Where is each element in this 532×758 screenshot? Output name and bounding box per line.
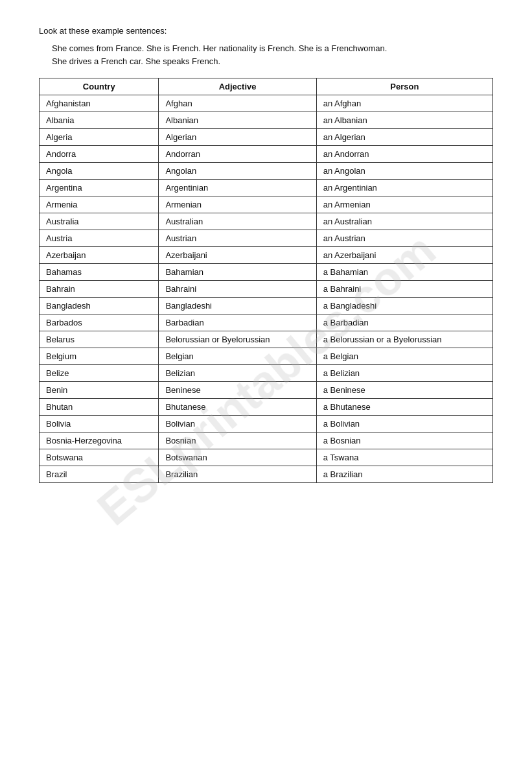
table-cell: Argentinian xyxy=(159,180,316,196)
table-cell: an Algerian xyxy=(316,129,492,146)
table-cell: an Armenian xyxy=(316,196,492,213)
table-row: BahrainBahrainia Bahraini xyxy=(40,281,493,298)
table-cell: a Bangladeshi xyxy=(316,298,492,314)
table-cell: Belarus xyxy=(40,331,159,348)
table-row: Bosnia-HerzegovinaBosniana Bosnian xyxy=(40,432,493,449)
table-cell: Barbados xyxy=(40,314,159,331)
table-row: BotswanaBotswanana Tswana xyxy=(40,449,493,466)
table-cell: a Bahamian xyxy=(316,264,492,281)
intro-label: Look at these example sentences: xyxy=(39,26,493,36)
table-cell: Belize xyxy=(40,365,159,382)
table-cell: Bosnia-Herzegovina xyxy=(40,432,159,449)
table-cell: an Australian xyxy=(316,213,492,230)
table-cell: Australian xyxy=(159,213,316,230)
table-cell: Armenia xyxy=(40,196,159,213)
table-row: BrazilBraziliana Brazilian xyxy=(40,466,493,483)
table-cell: Austria xyxy=(40,230,159,247)
header-country: Country xyxy=(40,78,159,95)
table-cell: Belorussian or Byelorussian xyxy=(159,331,316,348)
table-row: ArmeniaArmenianan Armenian xyxy=(40,196,493,213)
table-cell: Bahamas xyxy=(40,264,159,281)
table-cell: Bosnian xyxy=(159,432,316,449)
table-cell: an Argentinian xyxy=(316,180,492,196)
table-cell: Azerbaijan xyxy=(40,247,159,264)
table-cell: Argentina xyxy=(40,180,159,196)
table-cell: Barbadian xyxy=(159,314,316,331)
table-cell: a Barbadian xyxy=(316,314,492,331)
table-row: BelgiumBelgiana Belgian xyxy=(40,348,493,365)
table-cell: Belgium xyxy=(40,348,159,365)
table-cell: an Angolan xyxy=(316,163,492,180)
table-cell: a Tswana xyxy=(316,449,492,466)
header-adjective: Adjective xyxy=(159,78,316,95)
table-cell: a Belizian xyxy=(316,365,492,382)
example-block: She comes from France. She is French. He… xyxy=(52,42,493,67)
table-cell: Afghan xyxy=(159,95,316,112)
table-row: BeninBeninesea Beninese xyxy=(40,382,493,399)
table-cell: a Belorussian or a Byelorussian xyxy=(316,331,492,348)
table-row: BelizeBeliziana Belizian xyxy=(40,365,493,382)
table-row: ArgentinaArgentinianan Argentinian xyxy=(40,180,493,196)
table-cell: Armenian xyxy=(159,196,316,213)
table-header-row: Country Adjective Person xyxy=(40,78,493,95)
table-cell: Bahamian xyxy=(159,264,316,281)
table-cell: a Brazilian xyxy=(316,466,492,483)
table-cell: Bahraini xyxy=(159,281,316,298)
table-cell: an Albanian xyxy=(316,112,492,129)
table-cell: Brazil xyxy=(40,466,159,483)
table-cell: Bhutan xyxy=(40,399,159,416)
table-cell: Afghanistan xyxy=(40,95,159,112)
table-row: AzerbaijanAzerbaijanian Azerbaijani xyxy=(40,247,493,264)
table-cell: Andorran xyxy=(159,146,316,163)
table-row: BhutanBhutanesea Bhutanese xyxy=(40,399,493,416)
table-cell: Algeria xyxy=(40,129,159,146)
table-row: BoliviaBoliviana Bolivian xyxy=(40,416,493,432)
table-cell: Botswana xyxy=(40,449,159,466)
table-cell: Bahrain xyxy=(40,281,159,298)
table-row: BangladeshBangladeshia Bangladeshi xyxy=(40,298,493,314)
table-cell: Angolan xyxy=(159,163,316,180)
table-cell: Albania xyxy=(40,112,159,129)
table-cell: a Bahraini xyxy=(316,281,492,298)
table-row: BahamasBahamiana Bahamian xyxy=(40,264,493,281)
table-cell: Bolivia xyxy=(40,416,159,432)
table-cell: Albanian xyxy=(159,112,316,129)
table-row: AustriaAustrianan Austrian xyxy=(40,230,493,247)
table-cell: Benin xyxy=(40,382,159,399)
table-row: AngolaAngolanan Angolan xyxy=(40,163,493,180)
table-cell: Belgian xyxy=(159,348,316,365)
table-cell: Botswanan xyxy=(159,449,316,466)
table-cell: Bangladesh xyxy=(40,298,159,314)
table-cell: Beninese xyxy=(159,382,316,399)
table-row: AndorraAndorranan Andorran xyxy=(40,146,493,163)
table-cell: Andorra xyxy=(40,146,159,163)
table-cell: Azerbaijani xyxy=(159,247,316,264)
table-cell: a Bosnian xyxy=(316,432,492,449)
table-row: AfghanistanAfghanan Afghan xyxy=(40,95,493,112)
table-cell: a Bolivian xyxy=(316,416,492,432)
table-row: AlgeriaAlgerianan Algerian xyxy=(40,129,493,146)
table-row: BelarusBelorussian or Byelorussiana Belo… xyxy=(40,331,493,348)
table-cell: Bangladeshi xyxy=(159,298,316,314)
nationalities-table: Country Adjective Person AfghanistanAfgh… xyxy=(39,78,493,483)
table-cell: Brazilian xyxy=(159,466,316,483)
table-row: BarbadosBarbadiana Barbadian xyxy=(40,314,493,331)
header-person: Person xyxy=(316,78,492,95)
table-cell: Australia xyxy=(40,213,159,230)
table-cell: a Bhutanese xyxy=(316,399,492,416)
table-cell: Algerian xyxy=(159,129,316,146)
table-cell: Austrian xyxy=(159,230,316,247)
table-row: AustraliaAustralianan Australian xyxy=(40,213,493,230)
table-cell: Angola xyxy=(40,163,159,180)
table-cell: an Austrian xyxy=(316,230,492,247)
example-line2: She drives a French car. She speaks Fren… xyxy=(52,55,493,68)
example-line1: She comes from France. She is French. He… xyxy=(52,42,493,55)
table-cell: Belizian xyxy=(159,365,316,382)
table-cell: an Afghan xyxy=(316,95,492,112)
table-cell: a Beninese xyxy=(316,382,492,399)
table-cell: Bolivian xyxy=(159,416,316,432)
table-cell: a Belgian xyxy=(316,348,492,365)
table-cell: an Azerbaijani xyxy=(316,247,492,264)
table-cell: Bhutanese xyxy=(159,399,316,416)
table-cell: an Andorran xyxy=(316,146,492,163)
